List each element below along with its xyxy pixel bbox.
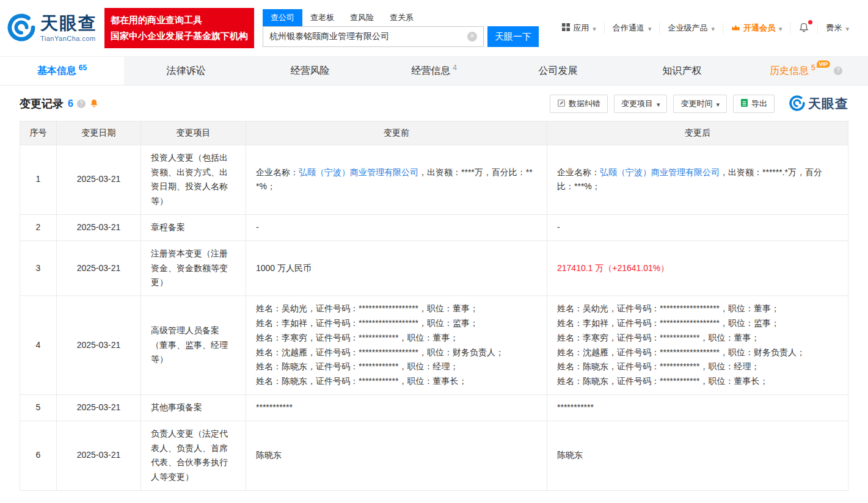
search-tab-relation[interactable]: 查关系 xyxy=(382,9,421,26)
cell-date: 2025-03-21 xyxy=(57,421,141,490)
filter-change-item-button[interactable]: 变更项目 xyxy=(614,95,668,113)
cell-after-capital-increase: 217410.1 万（+21641.01%） xyxy=(547,241,848,295)
tab-label: 历史信息 xyxy=(770,65,809,78)
watermark-label: 天眼查 xyxy=(808,95,848,112)
nav-vip-label: 开通会员 xyxy=(743,23,775,34)
caret-down-icon xyxy=(778,24,782,33)
company-link[interactable]: 弘颐（宁波）商业管理有限公司 xyxy=(299,167,418,177)
tianyancha-logo-icon xyxy=(7,13,35,43)
col-header-date: 变更日期 xyxy=(57,121,141,145)
cell-after: 企业名称：弘颐（宁波）商业管理有限公司，出资额：******.*万，百分比：**… xyxy=(547,145,848,214)
tab-history-info[interactable]: 历史信息 5 VIP ? xyxy=(744,57,868,85)
nav-notifications[interactable] xyxy=(790,22,817,35)
question-icon[interactable]: ? xyxy=(77,100,86,108)
tab-operating-risk[interactable]: 经营风险 xyxy=(248,57,372,85)
nav-user-label: 费米 xyxy=(826,23,842,34)
export-excel-icon xyxy=(740,98,748,109)
cell-seq: 1 xyxy=(20,145,57,214)
tianyancha-logo-icon xyxy=(789,95,805,113)
filter-change-time-button[interactable]: 变更时间 xyxy=(673,95,727,113)
search-tab-company[interactable]: 查公司 xyxy=(263,9,302,26)
cell-date: 2025-03-21 xyxy=(57,214,141,241)
logo-title: 天眼查 xyxy=(40,15,97,32)
caret-down-icon xyxy=(715,100,720,109)
col-header-after: 变更后 xyxy=(547,121,848,145)
after-text: 企业名称： xyxy=(557,167,600,177)
nav-partner-label: 合作通道 xyxy=(613,23,644,34)
table-row: 3 2025-03-21 注册资本变更（注册资金、资金数额等变更） 1000 万… xyxy=(20,241,848,295)
nav-partner[interactable]: 合作通道 xyxy=(604,23,660,34)
cell-seq: 5 xyxy=(20,394,57,421)
tab-operating-info[interactable]: 经营信息 4 xyxy=(372,57,496,85)
slogan-line2: 国家中小企业发展子基金旗下机构 xyxy=(111,28,248,44)
page-tab-bar: 基本信息 65 法律诉讼 经营风险 经营信息 4 公司发展 知识产权 历史信息 … xyxy=(0,56,868,85)
cell-before: 1000 万人民币 xyxy=(246,241,547,295)
cell-change-item: 注册资本变更（注册资金、资金数额等变更） xyxy=(141,241,246,295)
cell-before: 姓名：吴幼光，证件号码：******************，职位：董事； 姓名… xyxy=(246,296,547,395)
question-icon[interactable]: ? xyxy=(834,67,842,75)
correction-label: 数据纠错 xyxy=(569,98,600,109)
filter-time-label: 变更时间 xyxy=(680,98,712,109)
clear-icon[interactable]: × xyxy=(467,32,477,42)
section-title: 变更记录 xyxy=(20,96,64,111)
cell-after: 姓名：吴幼光，证件号码：******************，职位：董事； 姓名… xyxy=(547,296,848,395)
cell-seq: 3 xyxy=(20,241,57,295)
section-count: 6 xyxy=(68,98,73,109)
nav-user[interactable]: 费米 xyxy=(817,23,857,34)
caret-down-icon xyxy=(710,24,715,33)
caret-down-icon xyxy=(647,24,652,33)
tab-intellectual-property[interactable]: 知识产权 xyxy=(620,57,744,85)
tab-label: 知识产权 xyxy=(663,65,702,78)
col-header-seq: 序号 xyxy=(20,121,57,145)
brand-slogan: 都在用的商业查询工具 国家中小企业发展子基金旗下机构 xyxy=(104,8,254,49)
data-correction-button[interactable]: 数据纠错 xyxy=(550,95,608,113)
cell-seq: 6 xyxy=(20,421,57,490)
nav-apps-label: 应用 xyxy=(573,23,589,34)
notification-dot xyxy=(808,20,812,24)
col-header-before: 变更前 xyxy=(246,121,547,145)
nav-apps[interactable]: 应用 xyxy=(554,23,604,34)
table-header-row: 序号 变更日期 变更项目 变更前 变更后 xyxy=(20,121,848,145)
tab-count: 5 xyxy=(811,63,815,72)
caret-down-icon xyxy=(656,100,660,109)
nav-vip[interactable]: 开通会员 xyxy=(723,23,790,34)
cell-after: *********** xyxy=(547,394,848,421)
cell-before: *********** xyxy=(246,394,547,421)
crown-icon xyxy=(731,24,740,33)
change-record-table: 序号 变更日期 变更项目 变更前 变更后 1 2025-03-21 投资人变更（… xyxy=(20,121,848,491)
cell-change-item: 投资人变更（包括出资额、出资方式、出资日期、投资人名称等） xyxy=(141,145,246,214)
tab-label: 经营信息 xyxy=(411,65,450,78)
caret-down-icon xyxy=(592,24,596,33)
cell-seq: 4 xyxy=(20,296,57,395)
search-tab-boss[interactable]: 查老板 xyxy=(302,9,342,26)
search-tab-risk[interactable]: 查风险 xyxy=(342,9,382,26)
cell-date: 2025-03-21 xyxy=(57,145,141,214)
cell-change-item: 负责人变更（法定代表人、负责人、首席代表、合伙事务执行人等变更） xyxy=(141,421,246,490)
cell-before: - xyxy=(246,214,547,241)
company-link[interactable]: 弘颐（宁波）商业管理有限公司 xyxy=(600,167,720,177)
tab-label: 公司发展 xyxy=(539,65,578,78)
tab-company-development[interactable]: 公司发展 xyxy=(496,57,620,85)
tianyancha-watermark: 天眼查 xyxy=(789,95,848,113)
table-row: 6 2025-03-21 负责人变更（法定代表人、负责人、首席代表、合伙事务执行… xyxy=(20,421,848,490)
table-row: 1 2025-03-21 投资人变更（包括出资额、出资方式、出资日期、投资人名称… xyxy=(20,145,848,214)
tianyancha-logo[interactable]: 天眼查 TianYanCha.com xyxy=(7,13,97,43)
cell-before: 陈晓东 xyxy=(246,421,547,490)
cell-change-item: 章程备案 xyxy=(141,214,246,241)
nav-enterprise[interactable]: 企业级产品 xyxy=(659,23,723,34)
cell-before: 企业名称：弘颐（宁波）商业管理有限公司，出资额：****万，百分比：***%； xyxy=(246,145,547,214)
search-area: 查公司 查老板 查风险 查关系 × 天眼一下 xyxy=(263,9,539,47)
col-header-item: 变更项目 xyxy=(141,121,246,145)
tab-legal[interactable]: 法律诉讼 xyxy=(124,57,248,85)
tab-basic-info[interactable]: 基本信息 65 xyxy=(0,57,124,85)
tab-label: 法律诉讼 xyxy=(167,65,206,78)
correction-icon xyxy=(557,99,566,109)
search-input[interactable] xyxy=(263,27,467,46)
logo-subtitle: TianYanCha.com xyxy=(40,35,97,42)
tab-label: 基本信息 xyxy=(37,65,76,78)
subscribe-bell-icon[interactable] xyxy=(89,98,99,110)
export-button[interactable]: 导出 xyxy=(733,95,775,113)
caret-down-icon xyxy=(845,24,849,33)
search-button[interactable]: 天眼一下 xyxy=(487,26,539,47)
export-label: 导出 xyxy=(751,98,767,109)
